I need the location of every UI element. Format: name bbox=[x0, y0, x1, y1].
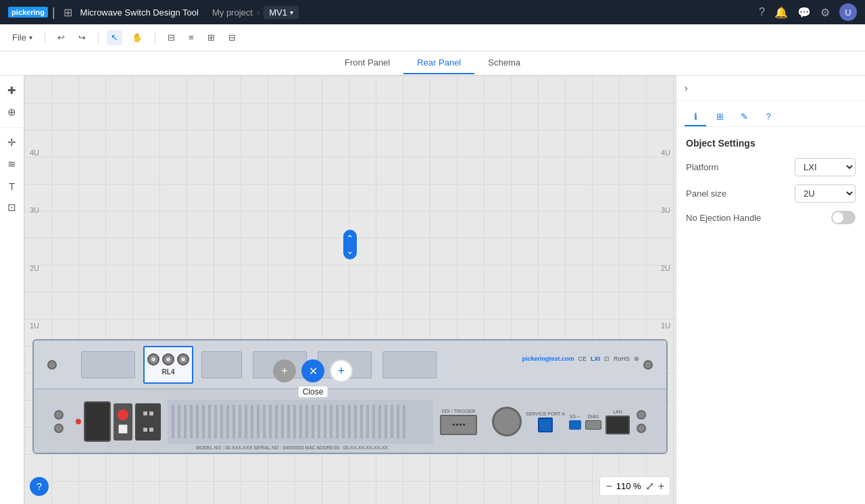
logo-box: pickering bbox=[8, 7, 48, 18]
power-off-button[interactable] bbox=[118, 424, 128, 434]
corner-screw-tl bbox=[54, 410, 64, 420]
align-center-button[interactable]: ≡ bbox=[184, 30, 198, 45]
sidebar-wave-icon[interactable]: ≋ bbox=[3, 155, 22, 174]
sidebar-crosshair-icon[interactable]: ✛ bbox=[3, 133, 22, 152]
distribute-v-button[interactable]: ⊟ bbox=[224, 30, 240, 45]
zoom-level: 110 % bbox=[616, 481, 641, 491]
app-title: Microwave Switch Design Tool bbox=[80, 7, 199, 18]
zoom-in-button[interactable]: + bbox=[658, 480, 664, 493]
tabs-bar: Front Panel Rear Panel Schema bbox=[0, 51, 865, 76]
breadcrumb-view[interactable]: MV1 ▾ bbox=[264, 6, 299, 19]
panel-size-select[interactable]: 1U 2U 3U 4U bbox=[795, 184, 856, 203]
panel-content: Object Settings Platform LXI PXI PXIe US… bbox=[676, 127, 865, 243]
panel-tab-info[interactable]: ℹ bbox=[685, 107, 706, 126]
zoom-bar: − 110 % ⤢ + bbox=[599, 476, 670, 496]
tab-front-panel[interactable]: Front Panel bbox=[331, 52, 403, 74]
ethernet-port[interactable] bbox=[606, 415, 630, 434]
sidebar-add-icon[interactable]: ✚ bbox=[3, 81, 22, 100]
scroll-down-icon[interactable]: ⌄ bbox=[346, 245, 354, 257]
zoom-out-button[interactable]: − bbox=[606, 480, 612, 493]
corner-screw-tr bbox=[637, 410, 646, 420]
help-icon[interactable]: ? bbox=[759, 6, 765, 18]
brand-icon: ⊕ bbox=[634, 355, 639, 362]
power-inlet bbox=[84, 401, 111, 442]
usb3-port[interactable] bbox=[569, 420, 581, 430]
ruler-label-3u-right: 3U bbox=[661, 206, 670, 214]
breadcrumb-project[interactable]: My project bbox=[212, 7, 253, 18]
ruler-label-2u-right: 2U bbox=[661, 264, 670, 272]
power-connectors bbox=[135, 403, 161, 440]
db-port bbox=[440, 415, 477, 435]
bottom-help-icon[interactable]: ? bbox=[30, 477, 49, 496]
connector-2 bbox=[162, 353, 174, 366]
popup-add-button[interactable]: + bbox=[273, 359, 296, 382]
panel-section-title: Object Settings bbox=[686, 138, 856, 149]
topbar-actions: ? 🔔 💬 ⚙ U bbox=[759, 3, 857, 21]
undo-button[interactable]: ↩ bbox=[53, 30, 69, 45]
vent-lines bbox=[168, 400, 410, 444]
pan-tool[interactable]: ✋ bbox=[128, 30, 147, 45]
tab-rear-panel[interactable]: Rear Panel bbox=[403, 52, 474, 74]
chat-icon[interactable]: 💬 bbox=[797, 6, 811, 19]
scroll-control[interactable]: ⌃ ⌄ bbox=[343, 230, 357, 259]
panel-body: RL4 pickeringtest.com CE LXI ⊡ RoHS ⊕ bbox=[32, 339, 668, 454]
popup-more-button[interactable]: + bbox=[330, 359, 353, 382]
user-avatar[interactable]: U bbox=[839, 3, 857, 21]
corner-screw-bl bbox=[54, 424, 64, 433]
breadcrumb: My project › MV1 ▾ bbox=[212, 6, 299, 19]
distribute-h-button[interactable]: ⊞ bbox=[203, 30, 219, 45]
right-panel: › ℹ ⊞ ✎ ? Object Settings Platform LXI P… bbox=[676, 76, 865, 504]
brand-arrow: ⊡ bbox=[604, 355, 610, 362]
power-on-button[interactable] bbox=[118, 409, 128, 420]
scroll-up-icon[interactable]: ⌃ bbox=[346, 232, 354, 245]
align-left-button[interactable]: ⊟ bbox=[164, 30, 179, 45]
vent-strip bbox=[168, 400, 433, 444]
zoom-fit-button[interactable]: ⤢ bbox=[645, 480, 654, 493]
ruler-label-1u-right: 1U bbox=[661, 322, 670, 330]
diag-port[interactable] bbox=[585, 420, 601, 430]
sidebar-image-icon[interactable]: ⊡ bbox=[3, 198, 22, 217]
tab-schema[interactable]: Schema bbox=[474, 52, 534, 74]
ruler-label-2u-left: 2U bbox=[30, 264, 39, 272]
ejection-row: No Ejection Handle bbox=[686, 211, 856, 224]
sidebar-text-icon[interactable]: T bbox=[3, 176, 22, 195]
platform-select[interactable]: LXI PXI PXIe USB bbox=[795, 158, 856, 176]
sep-2 bbox=[98, 31, 99, 45]
panel-tab-edit[interactable]: ✎ bbox=[733, 107, 755, 126]
select-tool[interactable]: ↖ bbox=[107, 30, 122, 45]
trigger-section: DDI / TRIGGER bbox=[440, 409, 477, 435]
slot-empty-2 bbox=[201, 351, 242, 378]
service-port[interactable] bbox=[538, 418, 553, 432]
sidebar-cursor-icon[interactable]: ⊕ bbox=[3, 103, 22, 122]
panel-tab-help[interactable]: ? bbox=[758, 107, 779, 126]
redo-button[interactable]: ↪ bbox=[74, 30, 90, 45]
canvas-area: 4U 3U 2U 1U 4U 3U 2U 1U ⌃ ⌄ bbox=[24, 76, 676, 504]
module-rl4[interactable]: RL4 bbox=[143, 346, 193, 384]
panel-size-row: Panel size 1U 2U 3U 4U bbox=[686, 184, 856, 203]
file-menu[interactable]: File ▾ bbox=[8, 30, 36, 45]
bell-icon[interactable]: 🔔 bbox=[774, 6, 788, 19]
panel-size-label: Panel size bbox=[686, 188, 726, 199]
platform-label: Platform bbox=[686, 162, 718, 172]
panel-screw-left bbox=[47, 360, 57, 370]
popup-close-button[interactable]: ✕ bbox=[301, 359, 324, 382]
rotary-knob[interactable] bbox=[492, 407, 522, 436]
panel-tab-settings[interactable]: ⊞ bbox=[709, 107, 731, 126]
ejection-toggle[interactable] bbox=[831, 211, 856, 224]
nav-grid-icon[interactable]: ⊞ bbox=[64, 6, 72, 19]
model-info: MODEL NO : 00-XXX-XXX SERIAL NO : 340000… bbox=[196, 445, 388, 450]
sep-1 bbox=[45, 31, 45, 45]
toggle-knob bbox=[833, 212, 843, 223]
service-section: SERVICE PORT A bbox=[526, 411, 565, 432]
slot-empty-5 bbox=[382, 351, 437, 378]
module-label: RL4 bbox=[162, 368, 175, 376]
collapse-button[interactable]: › bbox=[685, 82, 688, 93]
ejection-label: No Ejection Handle bbox=[686, 213, 761, 223]
diag-label: DIAG bbox=[587, 414, 599, 419]
power-switch[interactable] bbox=[114, 403, 132, 440]
connector-3 bbox=[177, 353, 189, 366]
settings-icon[interactable]: ⚙ bbox=[820, 6, 830, 19]
logo: pickering | bbox=[8, 5, 55, 20]
sep-3 bbox=[155, 31, 155, 45]
brand-url: pickeringtest.com bbox=[522, 355, 574, 362]
